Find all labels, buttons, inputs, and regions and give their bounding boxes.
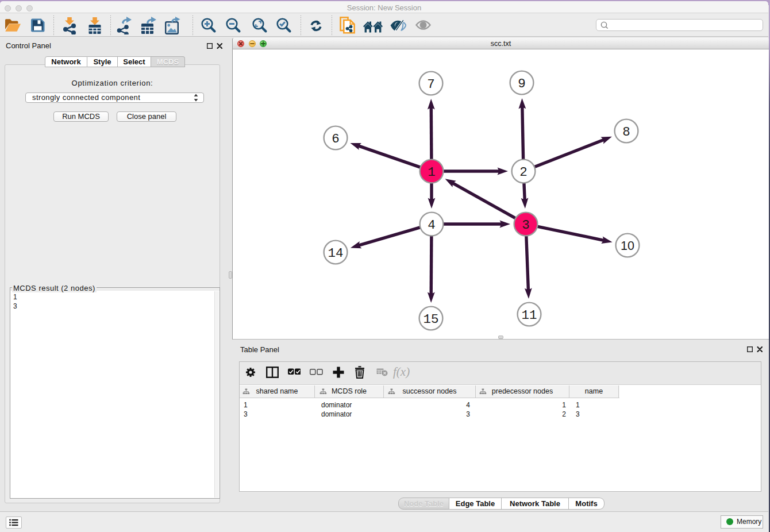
svg-text:10: 10 <box>621 239 634 253</box>
svg-text:7: 7 <box>427 77 435 92</box>
svg-text:11: 11 <box>521 308 537 323</box>
svg-text:6: 6 <box>332 132 340 147</box>
svg-text:14: 14 <box>328 246 343 261</box>
svg-text:1: 1 <box>428 165 436 180</box>
svg-text:15: 15 <box>423 312 438 327</box>
svg-text:3: 3 <box>522 218 530 233</box>
svg-text:4: 4 <box>428 218 436 233</box>
svg-text:9: 9 <box>518 76 526 91</box>
svg-text:8: 8 <box>622 125 630 140</box>
svg-text:2: 2 <box>519 165 528 180</box>
